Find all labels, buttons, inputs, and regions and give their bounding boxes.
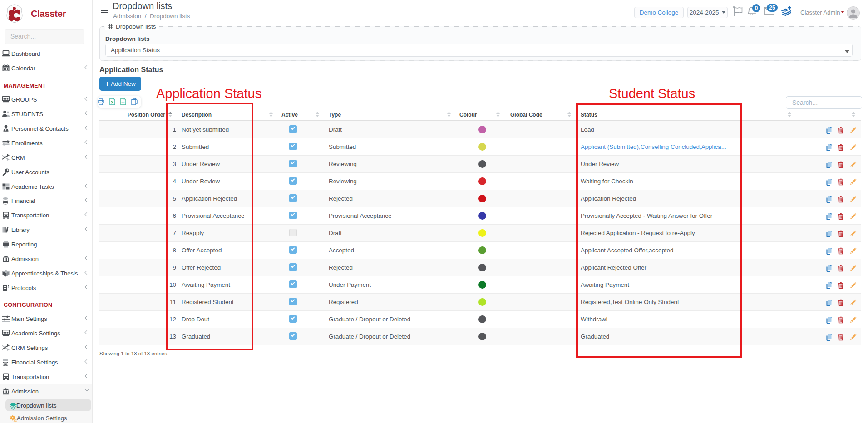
svg-text:csv: csv	[121, 102, 125, 104]
